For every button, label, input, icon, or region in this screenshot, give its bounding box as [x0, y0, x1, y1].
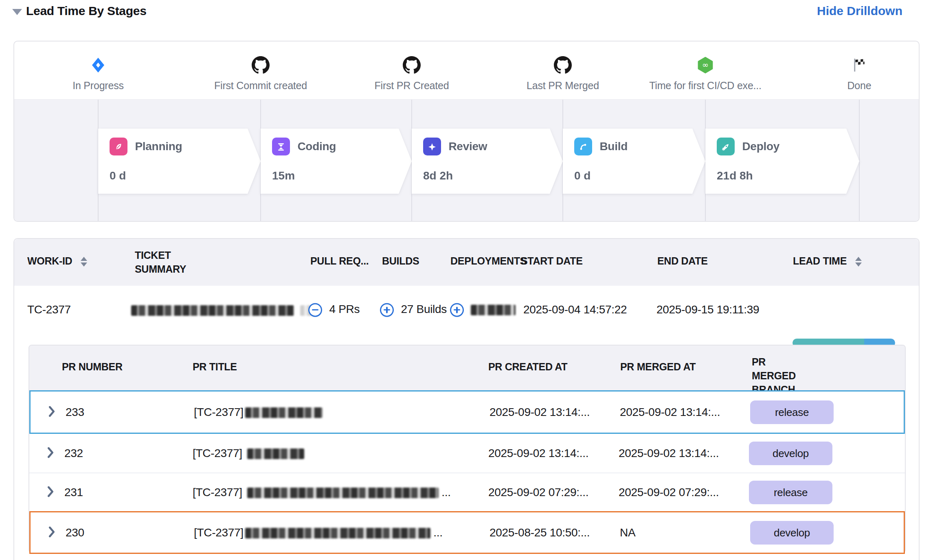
- builds-count-label: 27 Builds: [401, 303, 447, 315]
- sort-icon[interactable]: [855, 257, 862, 267]
- redacted-text: [247, 448, 304, 459]
- end-date-cell: 2025-09-15 19:11:39: [656, 303, 759, 316]
- milestone-label: Last PR Merged: [494, 80, 632, 92]
- expand-builds-plus-icon[interactable]: [380, 303, 394, 317]
- pr-number: 232: [64, 447, 83, 460]
- milestone-label: In Progress: [29, 80, 167, 92]
- lead-time-dashboard: Lead Time By Stages Hide Drilldown In Pr…: [0, 0, 933, 560]
- pr-title-prefix: [TC-2377]: [194, 526, 244, 539]
- stage-name: Deploy: [742, 140, 779, 153]
- redacted-text: [247, 488, 439, 498]
- col-deployments: DEPLOYMENTS: [450, 255, 527, 267]
- pr-branch-cell: develop: [750, 521, 834, 545]
- pull-requests-cell: 4 PRs: [308, 303, 360, 317]
- milestone-label: First PR Created: [342, 80, 481, 92]
- pr-branch-cell: release: [749, 481, 832, 504]
- pr-title: [TC-2377]: [193, 447, 304, 460]
- milestone-first-commit: First Commit created: [191, 42, 330, 92]
- branch-badge: release: [750, 400, 834, 424]
- col-pr-created-at: PR CREATED AT: [488, 361, 567, 373]
- pr-table-header: PR NUMBER PR TITLE PR CREATED AT PR MERG…: [29, 346, 905, 390]
- pr-merged-at: NA: [620, 526, 635, 539]
- col-work-id[interactable]: WORK-ID: [27, 255, 87, 267]
- milestone-last-pr-merged: Last PR Merged: [494, 42, 632, 92]
- pr-title-prefix: [TC-2377]: [194, 406, 244, 418]
- redacted-text: [245, 528, 430, 538]
- github-icon: [494, 54, 632, 77]
- branch-badge: develop: [749, 442, 832, 465]
- stage-band: Planning 0 d Coding 15m: [14, 99, 919, 221]
- col-ticket-summary: TICKET SUMMARY: [135, 249, 208, 276]
- pr-merged-at: 2025-09-02 13:14:...: [619, 447, 719, 460]
- pr-title-prefix: [TC-2377]: [193, 447, 242, 459]
- ticket-summary-cell: [131, 303, 314, 316]
- col-pr-title: PR TITLE: [193, 361, 237, 373]
- pr-title: [TC-2377] ...: [193, 486, 451, 499]
- pr-branch-cell: release: [750, 400, 834, 424]
- milestone-done: Done: [790, 42, 920, 92]
- finish-flag-icon: [790, 54, 920, 77]
- expand-deployments-plus-icon[interactable]: [450, 303, 464, 317]
- pr-title: [TC-2377]: [194, 406, 323, 419]
- col-start-date: START DATE: [521, 255, 583, 267]
- pr-created-at: 2025-09-02 07:29:...: [488, 486, 588, 499]
- col-lead-time[interactable]: LEAD TIME: [793, 255, 862, 267]
- stage-chevron-coding: Coding 15m: [261, 129, 412, 194]
- review-icon: [423, 138, 441, 155]
- stages-panel: In Progress First Commit created First P…: [13, 41, 920, 222]
- start-date-cell: 2025-09-04 14:57:22: [523, 303, 627, 316]
- chevron-right-icon[interactable]: [47, 406, 56, 419]
- stage-name: Build: [599, 140, 628, 153]
- pr-merged-at: 2025-09-02 07:29:...: [619, 486, 719, 499]
- work-row[interactable]: TC-2377 4 PRs 27 Builds 2025-09-04 14:57…: [14, 286, 919, 334]
- stage-chevron-review: Review 8d 2h: [412, 129, 563, 194]
- col-builds: BUILDS: [382, 255, 419, 267]
- col-pr-merged-at: PR MERGED AT: [620, 361, 696, 373]
- pr-row-233[interactable]: 233 [TC-2377] 2025-09-02 13:14:... 2025-…: [29, 390, 905, 434]
- col-end-date: END DATE: [657, 255, 708, 267]
- pr-table: PR NUMBER PR TITLE PR CREATED AT PR MERG…: [29, 345, 906, 553]
- milestone-label: First Commit created: [191, 80, 330, 92]
- pr-created-at: 2025-09-02 13:14:...: [488, 447, 588, 460]
- stage-duration: 15m: [272, 169, 295, 182]
- chevron-right-icon[interactable]: [47, 526, 56, 539]
- pr-row-232[interactable]: 232 [TC-2377] 2025-09-02 13:14:... 2025-…: [29, 434, 905, 472]
- redacted-text: [245, 407, 323, 418]
- pr-number: 230: [66, 526, 84, 539]
- milestone-in-progress: In Progress: [29, 42, 167, 92]
- coding-icon: [272, 138, 290, 155]
- pr-row-231[interactable]: 231 [TC-2377] ... 2025-09-02 07:29:... 2…: [29, 472, 905, 511]
- deployments-cell: [450, 303, 516, 317]
- milestone-first-pr: First PR Created: [342, 42, 481, 92]
- col-pull-requests: PULL REQ...: [310, 255, 369, 267]
- builds-cell: 27 Builds: [380, 303, 447, 317]
- pr-title-suffix: ...: [441, 486, 450, 499]
- branch-badge: develop: [750, 521, 834, 545]
- work-table-header: WORK-ID TICKET SUMMARY PULL REQ... BUILD…: [14, 239, 919, 286]
- collapse-triangle-icon[interactable]: [12, 9, 22, 15]
- build-icon: [574, 138, 592, 155]
- pr-number: 233: [66, 406, 84, 419]
- redacted-text: [131, 305, 294, 316]
- pr-title-prefix: [TC-2377]: [193, 486, 242, 499]
- pr-branch-cell: develop: [749, 442, 832, 465]
- collapse-prs-minus-icon[interactable]: [308, 303, 322, 317]
- pr-created-at: 2025-09-02 13:14:...: [490, 406, 590, 419]
- sort-icon[interactable]: [81, 257, 87, 267]
- stage-name: Planning: [135, 140, 182, 153]
- planning-icon: [110, 138, 127, 155]
- stage-duration: 21d 8h: [717, 169, 753, 182]
- stage-chevron-deploy: Deploy 21d 8h: [705, 129, 859, 194]
- hide-drilldown-link[interactable]: Hide Drilldown: [817, 4, 902, 18]
- col-label: WORK-ID: [27, 255, 72, 267]
- milestone-label: Done: [790, 80, 920, 92]
- chevron-right-icon[interactable]: [46, 486, 55, 499]
- page-title: Lead Time By Stages: [26, 4, 147, 18]
- stage-chevron-planning: Planning 0 d: [98, 129, 261, 194]
- pr-row-230[interactable]: 230 [TC-2377] ... 2025-08-25 10:50:... N…: [29, 511, 905, 554]
- chevron-right-icon[interactable]: [46, 447, 55, 460]
- work-table: WORK-ID TICKET SUMMARY PULL REQ... BUILD…: [13, 238, 920, 560]
- jira-icon: [29, 54, 167, 77]
- milestone-cicd: ∞ Time for first CI/CD exe...: [636, 42, 775, 92]
- deploy-icon: [717, 138, 735, 155]
